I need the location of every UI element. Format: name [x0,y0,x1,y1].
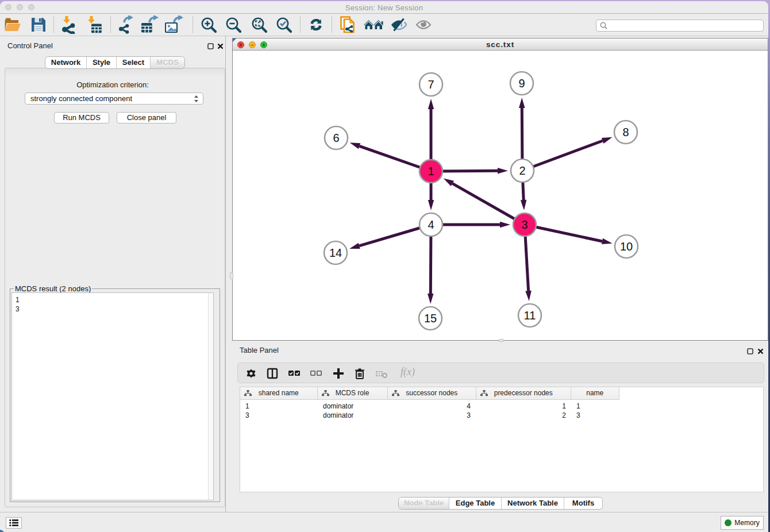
svg-text:7: 7 [428,78,434,91]
svg-text:10: 10 [620,240,633,253]
svg-text:15: 15 [424,312,437,325]
svg-text:8: 8 [622,126,629,138]
svg-text:2: 2 [519,164,525,177]
svg-text:4: 4 [428,218,434,231]
svg-text:1: 1 [428,165,434,178]
svg-text:3: 3 [521,218,528,231]
svg-text:6: 6 [333,132,339,144]
svg-text:14: 14 [329,246,342,259]
svg-text:9: 9 [518,77,525,90]
svg-text:11: 11 [524,309,536,322]
